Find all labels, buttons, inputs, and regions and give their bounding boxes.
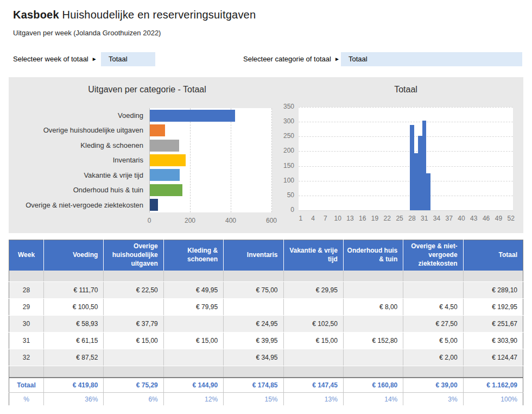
bar-week-31 [422,121,427,210]
table-total-row-cell-4: € 174,85 [224,378,283,393]
x-axis-tick-label: 25 [393,215,406,222]
column-header-6: Onderhoud huis & tuin [343,240,403,271]
table-row-week-29-cell-2 [104,299,163,316]
bar-week-28 [410,125,414,210]
grid-line [299,107,513,108]
x-axis-tick-label: 28 [406,215,419,222]
x-axis-tick-label: 34 [430,215,444,222]
grid-line [299,136,513,137]
table-row-week-30-label: 30 [9,316,44,333]
category-label: Voeding [9,108,143,123]
table-percent-row-cell-2: 6% [104,393,163,406]
table-row-week-31-cell-1: € 61,15 [44,333,104,349]
table-row-week-31-cell-6: € 152,80 [343,333,403,349]
weekly-chart-title: Totaal [299,85,513,95]
table-row-week-29-cell-8: € 192,95 [463,299,523,316]
table-row-week-32-cell-8: € 124,47 [463,349,523,366]
x-axis-tick-label: 22 [381,215,394,222]
table-row-week-31-label: 31 [9,333,44,349]
page-title-bold: Kasboek [13,9,59,21]
column-header-4: Inventaris [224,240,283,271]
charts-panel: Uitgaven per categorie - Totaal 02004006… [9,77,523,233]
grid-line [190,108,191,212]
x-axis-tick-label: 4 [307,215,320,222]
right-arrow-icon: ► [92,56,97,62]
table-spacer-row [9,366,523,378]
y-axis-tick-label: 350 [280,103,294,110]
table-spacer-row-cell-4 [224,271,283,282]
x-axis-tick-label: 31 [418,215,431,222]
table-row-week-28-cell-4: € 75,00 [224,282,283,299]
category-label: Overige & niet-vergoede ziektekosten [9,198,143,212]
table-spacer-row-cell-1 [44,366,104,378]
table-spacer-row-cell-5 [283,366,343,378]
table-percent-row-cell-8: 100% [463,393,523,406]
y-axis-tick-label: 250 [280,132,294,140]
table-spacer-row-cell-6 [343,366,403,378]
table-total-row-cell-6: € 160,80 [343,378,403,393]
grid-line [299,196,513,196]
table-row-week-31-cell-2: € 15,00 [104,333,163,349]
bar-7 [150,199,158,211]
table-row-week-29-cell-6: € 8,00 [343,299,403,316]
y-axis-tick-label: 150 [280,162,294,170]
category-chart-plot-area [149,108,272,212]
table-percent-row-cell-4: 15% [224,393,283,406]
category-selector-label-text: Selecteer categorie of totaal [243,55,331,63]
table-row-week-30-cell-7: € 27,50 [403,316,463,333]
table-total-row-cell-3: € 144,90 [163,378,223,393]
table-row-week-29-cell-3: € 79,95 [163,299,223,316]
y-axis-tick-label: 200 [280,147,294,154]
table-row-week-29-cell-4 [224,299,283,316]
x-axis-tick-label: 16 [356,215,369,222]
y-axis-tick-label: 300 [280,117,294,125]
table-percent-row-cell-3: 12% [163,393,223,406]
x-axis-tick-label: 19 [369,215,382,222]
y-axis-tick-label: 50 [280,191,294,199]
table-row-week-32-cell-6 [343,349,403,366]
table-row-week-30-cell-4: € 24,95 [224,316,283,333]
table-spacer-row-cell-8 [463,271,523,282]
table-row-week-32-cell-1: € 87,52 [44,349,104,366]
table-percent-row: %36%6%12%15%13%14%3%100% [9,393,523,406]
table-row-week-29-cell-1: € 100,50 [44,299,104,316]
table-total-row-cell-8: € 1.162,09 [463,378,523,393]
table-row-week-30-cell-8: € 251,67 [463,316,523,333]
grid-line [299,122,513,122]
x-axis-tick-label: 43 [467,215,480,222]
week-selector-dropdown[interactable]: Totaal [101,52,155,66]
table-total-row-cell-1: € 419,80 [44,378,104,393]
table-row-week-30-cell-5: € 102,50 [283,316,343,333]
week-selector-label: Selecteer week of totaal► [13,52,97,66]
table-row-week-29: 29€ 100,50€ 79,95€ 8,00€ 4,50€ 192,95 [9,299,523,316]
table-row-week-31-cell-4: € 39,95 [224,333,283,349]
table-spacer-row-cell-7 [403,366,463,378]
table-row-week-30-cell-6 [343,316,403,333]
table-spacer-row-cell-2 [104,271,163,282]
table-spacer-row-cell-3 [163,366,223,378]
table-row-week-28-cell-5: € 29,95 [283,282,343,299]
category-label: Vakantie & vrije tijd [9,168,143,183]
category-label: Onderhoud huis & tuin [9,183,143,197]
bar-5 [150,169,180,181]
table-spacer-row [9,271,523,282]
table-row-week-31-cell-3: € 15,00 [163,333,223,349]
category-selector-dropdown[interactable]: Totaal [341,52,522,66]
grid-line [231,108,231,212]
table-row-week-32-label: 32 [9,349,44,366]
x-axis-tick-label: 0 [138,217,160,224]
table-spacer-row-label [9,366,44,378]
y-axis-tick-label: 0 [280,206,294,214]
table-spacer-row-cell-8 [463,366,523,378]
table-spacer-row-cell-3 [163,271,223,282]
bar-1 [150,110,235,122]
grid-line [271,108,272,212]
weekly-chart-plot-area [299,107,513,211]
table-spacer-row-cell-2 [104,366,163,378]
table-row-week-29-cell-5 [283,299,343,316]
right-arrow-icon: ► [334,56,340,62]
x-axis-tick-label: 13 [344,215,357,222]
x-axis-tick-label: 600 [261,217,282,224]
column-header-7: Overige & niet-vergoede ziektekosten [403,240,463,271]
table-row-week-28-cell-8: € 289,10 [463,282,523,299]
